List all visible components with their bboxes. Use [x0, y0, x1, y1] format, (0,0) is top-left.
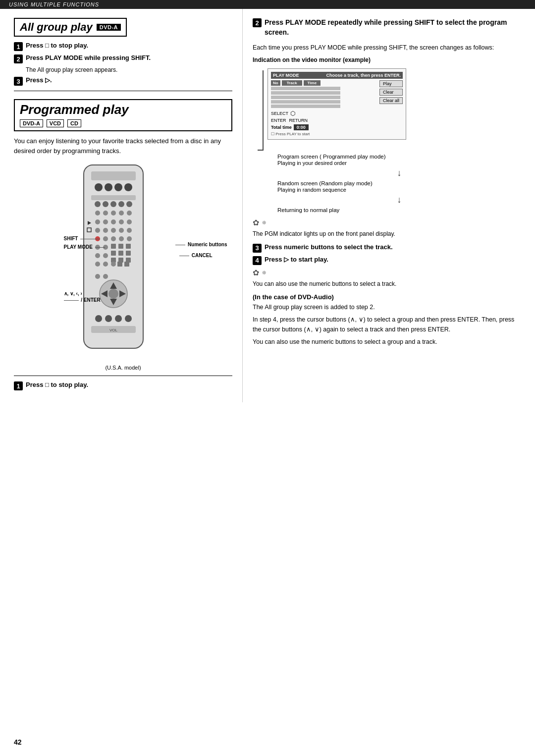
remote-illustration: VOL SHIFT PLAY MODE Numeric buttons [14, 162, 232, 371]
svg-point-12 [95, 211, 100, 216]
dvd-a-badge: DVD-A [97, 24, 121, 31]
monitor-header: PLAY MODE Choose a track, then press ENT… [271, 72, 403, 79]
svg-point-9 [110, 201, 116, 207]
step1-text: Press □ to stop play. [26, 42, 88, 49]
right-step3: 3 Press numeric buttons to select the tr… [253, 243, 521, 253]
shift-label: SHIFT [64, 236, 101, 241]
svg-point-58 [95, 274, 100, 279]
svg-rect-0 [84, 165, 143, 348]
step2-sub: The All group play screen appears. [26, 66, 232, 73]
svg-rect-51 [124, 262, 129, 267]
screen1-name: Program screen ( Programmed play mode) [258, 154, 521, 160]
svg-rect-6 [91, 195, 136, 200]
svg-point-30 [103, 236, 108, 241]
remote-caption: (U.S.A. model) [105, 365, 141, 371]
divider [14, 91, 232, 91]
remote-wrapper: VOL SHIFT PLAY MODE Numeric buttons [64, 162, 183, 371]
col-no: No [271, 80, 280, 86]
arrow-down-1: ↓ [258, 168, 521, 178]
badge-vcd: VCD [47, 119, 64, 127]
badge-cd: CD [67, 119, 81, 127]
monitor-left: No Track Time SELECT ⬡ [271, 80, 374, 136]
step-num-2: 2 [14, 54, 23, 63]
svg-point-13 [103, 211, 108, 216]
prog-step-num-1: 1 [14, 381, 23, 390]
right-step3-text: Press numeric buttons to select the trac… [265, 243, 393, 251]
numeric-label: Numeric buttons [175, 242, 227, 247]
play-btn: Play [379, 80, 403, 87]
svg-point-49 [111, 262, 116, 267]
remote-svg: VOL [64, 162, 163, 361]
svg-rect-40 [118, 251, 123, 256]
svg-point-14 [111, 211, 116, 216]
svg-point-31 [111, 236, 116, 241]
svg-rect-38 [126, 244, 131, 249]
right-step2-row: 2 Press PLAY MODE repeatedly while press… [253, 18, 521, 40]
svg-rect-1 [91, 171, 136, 180]
monitor-footer: ☐ Press PLAY to start [271, 132, 374, 136]
svg-rect-41 [126, 251, 131, 256]
arrow-down-2: ↓ [258, 195, 521, 205]
monitor-content: No Track Time SELECT ⬡ [271, 80, 403, 136]
total-row: Total time 0:00 [271, 124, 374, 130]
sun-icon-1: ✿ [253, 218, 259, 227]
svg-point-15 [119, 211, 124, 216]
screen2-sub: Playing in random sequence [258, 187, 521, 193]
select-icon: ⬡ [290, 110, 295, 117]
return-label: RETURN [289, 118, 308, 123]
monitor-bar-4 [271, 100, 340, 104]
monitor-enter-return: ENTER RETURN [271, 118, 374, 123]
step2-text: Press PLAY MODE while pressing SHIFT. [26, 54, 151, 61]
svg-point-57 [108, 289, 118, 299]
svg-point-4 [114, 183, 122, 191]
monitor-bar-1 [271, 87, 340, 90]
tip1-text: The PGM indicator lights up on the front… [253, 229, 521, 238]
header-text: USING MULTIPLE FUNCTIONS [9, 1, 99, 7]
svg-point-62 [115, 315, 122, 322]
col-time: Time [304, 80, 321, 86]
in-case-box: (In the case of DVD-Audio) The All group… [253, 293, 521, 347]
right-step-num-4: 4 [253, 256, 262, 265]
monitor-header-right: Choose a track, then press ENTER. [326, 73, 401, 78]
monitor-bar-3 [271, 96, 340, 99]
svg-point-46 [103, 253, 108, 258]
right-step-num-2: 2 [253, 18, 262, 27]
svg-point-16 [127, 211, 132, 216]
svg-point-23 [127, 219, 132, 224]
svg-point-63 [125, 315, 132, 322]
enter-label: ENTER [271, 118, 286, 123]
in-case-para1: The All group play screen is added to st… [253, 303, 521, 312]
svg-rect-36 [111, 244, 116, 249]
svg-point-61 [105, 315, 112, 322]
select-label: SELECT [271, 111, 288, 116]
svg-point-5 [124, 183, 132, 191]
play-mode-label: PLAY MODE [64, 244, 105, 250]
svg-rect-37 [118, 244, 123, 249]
screen-info: Program screen ( Programmed play mode) P… [258, 154, 521, 213]
page-number: 42 [14, 738, 22, 746]
all-group-step3: 3 Press ▷. [14, 76, 232, 86]
svg-point-11 [126, 201, 132, 207]
svg-rect-39 [111, 251, 116, 256]
right-column: 2 Press PLAY MODE repeatedly while press… [243, 9, 535, 402]
left-column: All group play DVD-A 1 Press □ to stop p… [0, 9, 243, 402]
monitor-bar-5 [271, 105, 340, 108]
svg-point-28 [127, 228, 132, 233]
step2-body: Each time you press PLAY MODE while pres… [253, 43, 521, 53]
svg-point-22 [119, 219, 124, 224]
prog-step1-text: Press □ to stop play. [26, 381, 88, 388]
indication-label: Indication on the video monitor (example… [253, 56, 521, 63]
svg-rect-50 [117, 262, 122, 267]
prog-description: You can enjoy listening to your favorite… [14, 136, 232, 156]
svg-point-20 [103, 219, 108, 224]
sun-icon-2: ✿ [253, 268, 259, 277]
svg-point-59 [103, 274, 108, 279]
right-step4: 4 Press ▷ to start play. [253, 256, 521, 265]
programmed-play-section: Programmed play DVD-A VCD CD [14, 99, 232, 131]
all-group-step1: 1 Press □ to stop play. [14, 42, 232, 51]
badge-dvd-a: DVD-A [20, 119, 43, 127]
return-label: Returning to normal play [258, 207, 521, 213]
divider2 [14, 376, 232, 376]
monitor-select: SELECT ⬡ [271, 110, 374, 117]
monitor-area: PLAY MODE Choose a track, then press ENT… [258, 65, 521, 151]
